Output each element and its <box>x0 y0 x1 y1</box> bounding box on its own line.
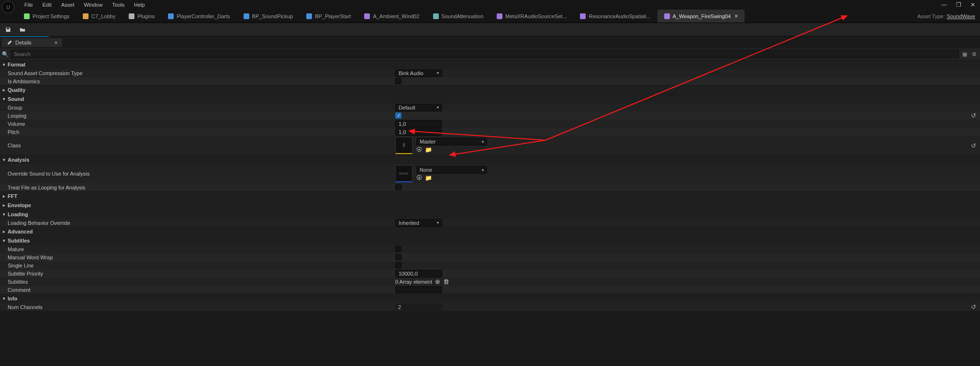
close-panel-tab[interactable]: × <box>55 40 57 45</box>
use-selected-icon[interactable]: ⦿ <box>416 175 422 181</box>
label-volume: Volume <box>8 120 395 128</box>
browse-asset-icon[interactable]: 📁 <box>425 146 432 153</box>
section-header-format[interactable]: ▾Format <box>0 60 980 69</box>
panel-tab-row: Details × <box>0 37 980 48</box>
section-header-analysis[interactable]: ▾Analysis <box>0 155 980 164</box>
tab-7[interactable]: SoundAttenuation <box>426 10 490 22</box>
asset-ref-override: None None▾ ⦿ 📁 <box>395 165 487 182</box>
checkbox-ambisonics[interactable] <box>395 78 401 84</box>
details-tab-label: Details <box>15 40 32 45</box>
menu-asset[interactable]: Asset <box>56 2 79 8</box>
spin-priority[interactable]: 10000,0 <box>395 270 442 277</box>
dropdown-compression[interactable]: Bink Audio▾ <box>395 69 442 77</box>
row-volume: Volume 1,0 <box>0 120 980 128</box>
use-selected-icon[interactable]: ⦿ <box>416 146 422 153</box>
section-header-loading[interactable]: ▾Loading <box>0 210 980 219</box>
asset-thumb[interactable]: 🎛 <box>395 137 412 154</box>
menu-tools[interactable]: Tools <box>107 2 129 8</box>
label-looping: Looping <box>8 112 395 120</box>
save-button[interactable] <box>3 24 13 35</box>
dropdown-group[interactable]: Default▾ <box>395 104 442 111</box>
checkbox-single[interactable] <box>395 262 401 268</box>
section-header-sound[interactable]: ▾Sound <box>0 95 980 103</box>
tab-label: BP_SoundPickup <box>252 13 293 19</box>
row-priority: Subtitle Priority 10000,0 <box>0 269 980 277</box>
level-icon <box>83 13 89 19</box>
section-title: Subtitles <box>8 238 30 244</box>
row-mature: Mature <box>0 245 980 253</box>
dropdown-value: Inherited <box>399 220 419 226</box>
settings-icon[interactable]: ⚙ <box>970 50 978 58</box>
sound-icon <box>497 13 502 19</box>
label-subs: Subtitles <box>8 278 395 286</box>
browse-asset-icon[interactable]: 📁 <box>425 175 432 181</box>
array-count: 0 Array element <box>395 279 432 285</box>
spin-pitch[interactable]: 1,0 <box>395 128 442 136</box>
section-advanced: ▸Advanced <box>0 227 980 236</box>
tab-3[interactable]: PlayerController_Darts <box>161 10 236 22</box>
tab-label: MetaXRAudioSourceSet... <box>505 13 567 19</box>
window-maximize[interactable]: ❐ <box>951 1 966 8</box>
menu-bar: U FileEditAssetWindowToolsHelp — ❐ ✕ <box>0 0 980 10</box>
window-close[interactable]: ✕ <box>966 1 980 8</box>
tab-10[interactable]: A_Weapon_FireSwing04× <box>657 10 745 22</box>
tab-0[interactable]: Project Settings <box>17 10 76 22</box>
reset-class[interactable]: ↺ <box>971 142 976 149</box>
tab-9[interactable]: ResonanceAudioSpatiali... <box>573 10 657 22</box>
section-header-envelope[interactable]: ▸Envelope <box>0 201 980 210</box>
tab-5[interactable]: BP_PlayerStart <box>300 10 357 22</box>
dropdown-value: Default <box>399 105 415 111</box>
save-icon <box>5 27 11 33</box>
search-icon: 🔍 <box>2 51 9 57</box>
section-envelope: ▸Envelope <box>0 200 980 210</box>
label-class: Class <box>8 142 395 149</box>
section-header-info[interactable]: ▾Info <box>0 294 980 303</box>
tab-2[interactable]: Plugins <box>122 10 161 22</box>
chevron-down-icon: ▾ <box>437 221 439 225</box>
section-header-subtitles[interactable]: ▾Subtitles <box>0 236 980 245</box>
sound-icon <box>364 13 370 19</box>
chevron-down-icon: ▾ <box>3 62 8 67</box>
close-tab[interactable]: × <box>735 13 738 20</box>
asset-thumb-none[interactable]: None <box>395 165 412 182</box>
reset-looping[interactable]: ↺ <box>971 112 976 119</box>
menu-help[interactable]: Help <box>129 2 150 8</box>
tab-4[interactable]: BP_SoundPickup <box>237 10 300 22</box>
details-panel-tab[interactable]: Details × <box>2 38 62 47</box>
reset-channels[interactable]: ↺ <box>971 303 976 311</box>
spin-volume[interactable]: 1,0 <box>395 120 442 128</box>
section-format: ▾Format Sound Asset Compression Type Bin… <box>0 60 980 85</box>
sound-icon <box>433 13 439 19</box>
asset-type-value[interactable]: SoundWave <box>947 13 975 19</box>
checkbox-treat-loop[interactable] <box>395 184 401 190</box>
section-header-quality[interactable]: ▸Quality <box>0 86 980 94</box>
dropdown-class[interactable]: Master▾ <box>416 138 487 145</box>
array-add-icon[interactable]: ⊕ <box>435 278 440 285</box>
checkbox-wrap[interactable] <box>395 254 401 260</box>
tab-8[interactable]: MetaXRAudioSourceSet... <box>490 10 573 22</box>
menu-window[interactable]: Window <box>79 2 107 8</box>
sound-icon <box>664 13 670 19</box>
menu-file[interactable]: File <box>20 2 38 8</box>
tab-label: C7_Lobby <box>91 13 115 19</box>
input-comment[interactable] <box>395 286 442 293</box>
tab-6[interactable]: A_Ambient_Wind02 <box>357 10 426 22</box>
details-search-input[interactable] <box>11 50 959 58</box>
window-minimize[interactable]: — <box>937 1 951 8</box>
app-logo: U <box>2 1 14 13</box>
label-comment: Comment <box>8 286 395 294</box>
dropdown-loading-behavior[interactable]: Inherited▾ <box>395 219 442 227</box>
section-header-advanced[interactable]: ▸Advanced <box>0 227 980 236</box>
gear-icon <box>24 13 30 19</box>
view-options-icon[interactable]: ▦ <box>961 50 969 58</box>
row-compression: Sound Asset Compression Type Bink Audio▾ <box>0 69 980 77</box>
checkbox-looping[interactable]: ✓ <box>395 112 401 119</box>
row-wrap: Manual Word Wrap <box>0 253 980 261</box>
browse-button[interactable] <box>17 24 28 35</box>
tab-1[interactable]: C7_Lobby <box>76 10 122 22</box>
array-clear-icon[interactable]: 🗑 <box>443 278 449 285</box>
menu-edit[interactable]: Edit <box>38 2 56 8</box>
section-header-fft[interactable]: ▸FFT <box>0 192 980 200</box>
checkbox-mature[interactable] <box>395 246 401 252</box>
dropdown-override[interactable]: None▾ <box>416 166 487 174</box>
